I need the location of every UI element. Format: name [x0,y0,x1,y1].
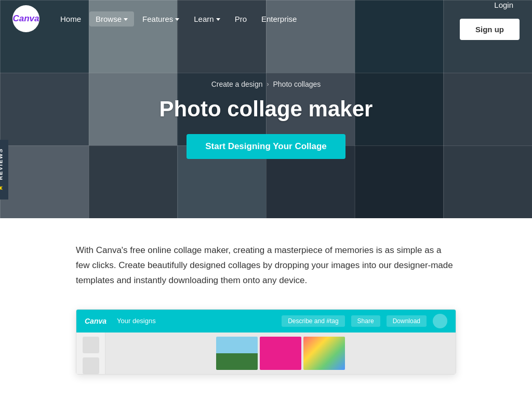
nav-links: Home Browse Features Learn Pro Enterpris… [54,11,460,26]
breadcrumb-separator: › [267,81,269,88]
cta-button[interactable]: Start Designing Your Collage [187,134,345,159]
app-screenshot: Canva Your designs Describe and #tag Sha… [76,309,456,375]
app-topbar-right: Describe and #tag Share Download [282,314,447,328]
reviews-label: REVIEWS [0,148,3,180]
breadcrumb-create[interactable]: Create a design [211,80,263,88]
app-body [76,332,456,374]
features-chevron-icon [175,18,179,21]
nav-right: Login Sign up [460,0,520,40]
canvas-thumb-mountain [216,337,258,370]
nav-home[interactable]: Home [54,11,87,26]
logo[interactable]: Canva [12,5,39,32]
app-section-label: Your designs [117,317,156,325]
share-button[interactable]: Share [351,315,380,327]
breadcrumb: Create a design › Photo collages [211,80,321,88]
browse-chevron-icon [124,18,128,21]
download-button[interactable]: Download [387,315,427,327]
sidebar-search-icon[interactable] [83,337,99,353]
app-topbar: Canva Your designs Describe and #tag Sha… [76,310,456,332]
main-content: With Canva's free online collage maker, … [0,218,532,399]
app-sidebar-left [76,332,105,374]
navbar: Canva Home Browse Features Learn Pro Ent… [0,0,532,37]
reviews-sidebar[interactable]: ★ REVIEWS [0,140,8,200]
signup-button[interactable]: Sign up [460,19,520,40]
content-inner: With Canva's free online collage maker, … [63,243,469,375]
canvas-thumb-pink [260,337,301,370]
canvas-thumb-colorful [303,337,345,370]
describe-button[interactable]: Describe and #tag [282,315,344,327]
login-button[interactable]: Login [488,0,520,12]
hero-content: Create a design › Photo collages Photo c… [159,80,373,159]
app-logo: Canva [85,317,107,325]
reviews-star-icon: ★ [0,184,4,192]
nav-browse[interactable]: Browse [89,11,134,26]
app-canvas-area [105,332,456,374]
description-text: With Canva's free online collage maker, … [76,243,456,288]
nav-features[interactable]: Features [136,11,185,26]
learn-chevron-icon [216,18,220,21]
nav-pro[interactable]: Pro [229,11,253,26]
nav-enterprise[interactable]: Enterprise [255,11,303,26]
breadcrumb-current: Photo collages [273,80,321,88]
logo-text: Canva [12,14,39,24]
nav-learn[interactable]: Learn [188,11,226,26]
user-avatar [433,314,447,328]
sidebar-layout-icon[interactable] [83,357,99,374]
page-title: Photo collage maker [159,97,373,122]
